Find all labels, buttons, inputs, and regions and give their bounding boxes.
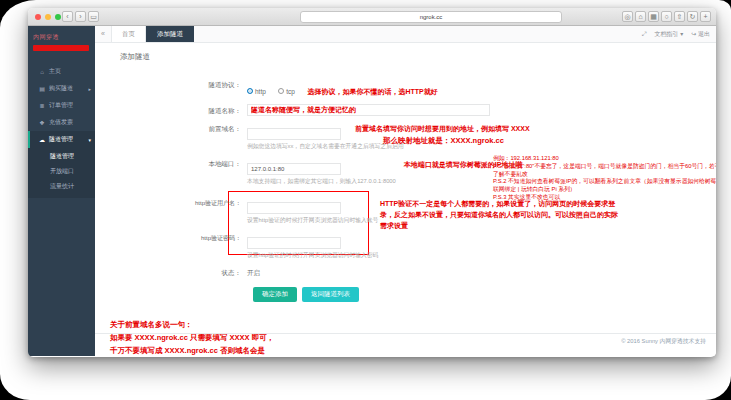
sidebar-nav: ⌂ 主页 ▤ 购买隧道 ▸ ≣ 订单管理 ❖ 充值发票 <box>28 63 95 198</box>
chevron-down-icon: ▾ <box>88 137 91 143</box>
collapse-sidebar-icon[interactable]: « <box>95 26 111 42</box>
status-value: 开启 <box>247 266 260 278</box>
tunnel-name-row: 隧道名称： <box>95 104 716 116</box>
browser-window: ‹ › ▭ ngrok.cc ◎ ⌂ ▦ ○ ⇧ ↻ + 内网穿透 <box>28 8 716 357</box>
sidebar-item-label: 主页 <box>49 67 61 76</box>
note-line: 千万不要填写成 XXXX.ngrok.cc 否则域名会是 <box>110 345 716 357</box>
protocol-annotation: 选择协议，如果你不懂的话，选HTTP就好 <box>307 88 437 95</box>
browser-toolbar-icons: ◎ ⌂ ▦ ○ ⇧ ↻ + <box>622 11 711 22</box>
back-to-list-button[interactable]: 返回隧道列表 <box>302 287 359 302</box>
annotation-line: 前置域名填写你访问时想要用到的地址，例如填写 XXXX <box>355 123 530 135</box>
auth-user-helper: 设置http验证的时候打开网页浏览器访问时输入账号 <box>247 216 378 225</box>
tab-bar: « 首页 添加隧道 ⤢ 文档指引 ▾ ↪ 退出 <box>95 26 716 43</box>
auth-user-input[interactable] <box>247 202 341 214</box>
radio-selected-icon <box>247 88 253 94</box>
confirm-add-button[interactable]: 确定添加 <box>253 287 297 302</box>
fullscreen-icon[interactable]: ⤢ <box>642 31 647 38</box>
chevron-right-icon: ▸ <box>88 86 91 92</box>
sidebar-submenu: 隧道管理 开放端口 流量统计 <box>28 148 95 198</box>
brand-banner <box>33 45 89 51</box>
annotation-line: 那么映射地址就是：XXXX.ngrok.cc <box>383 135 530 148</box>
back-button[interactable]: ‹ <box>62 11 73 22</box>
radio-unselected-icon <box>278 88 284 94</box>
sidebar-item-home[interactable]: ⌂ 主页 <box>28 63 95 80</box>
forward-button[interactable]: › <box>75 11 86 22</box>
form-actions: 确定添加 返回隧道列表 <box>253 287 716 302</box>
local-port-input[interactable] <box>247 163 341 175</box>
cloud-icon: ☁ <box>38 136 46 143</box>
local-port-row: 本地端口： 本地支持端口，如需绑定其它端口，则输入127.0.0.1:8000 … <box>95 157 716 186</box>
sidebar-item-tunnel-manage[interactable]: ☁ 隧道管理 ▾ <box>28 131 95 148</box>
sidebar-item-label: 充值发票 <box>49 118 73 127</box>
local-port-label: 本地端口： <box>95 157 247 169</box>
screenshot-background: ‹ › ▭ ngrok.cc ◎ ⌂ ▦ ○ ⇧ ↻ + 内网穿透 <box>0 0 731 400</box>
front-domain-row: 前置域名： 例如您这边填写xx，自定义域名需要在开通之后填写之后启用 前置域名填… <box>95 122 716 151</box>
tab-home[interactable]: 首页 <box>111 26 146 42</box>
auth-pass-label: http验证密码： <box>95 231 247 243</box>
protocol-radio-tcp[interactable]: tcp <box>278 88 295 95</box>
page-content: 添加隧道 隧道协议： http <box>95 43 716 356</box>
browser-nav-buttons: ‹ › ▭ <box>62 11 99 22</box>
sidebar-brand: 内网穿透 <box>28 26 95 51</box>
auth-pass-row: http验证密码： 设置http验证的时候打开网页浏览器访问时输入密码 <box>95 231 716 260</box>
search-icon[interactable]: ○ <box>661 11 672 22</box>
sidebar-subitem-open-ports[interactable]: 开放端口 <box>28 164 95 179</box>
browser-chrome: ‹ › ▭ ngrok.cc ◎ ⌂ ▦ ○ ⇧ ↻ + <box>28 8 716 26</box>
radio-label: tcp <box>286 88 295 95</box>
main-panel: « 首页 添加隧道 ⤢ 文档指引 ▾ ↪ 退出 添加隧道 隧道协议： <box>95 26 716 356</box>
close-window-button[interactable] <box>35 14 41 20</box>
auth-pass-input[interactable] <box>247 237 341 249</box>
tunnel-name-label: 隧道名称： <box>95 104 247 116</box>
sidebar-item-label: 购买隧道 <box>49 84 73 93</box>
radio-label: http <box>255 88 266 95</box>
protocol-label: 隧道协议： <box>95 78 247 90</box>
address-bar[interactable]: ngrok.cc <box>300 11 562 23</box>
sidebar-item-buy-tunnel[interactable]: ▤ 购买隧道 ▸ <box>28 80 95 97</box>
http-auth-annotation: HTTP验证不一定是每个人都需要的，如果设置了，访问网页的时候会要求登录，反之如… <box>380 199 618 232</box>
protocol-radio-http[interactable]: http <box>247 88 266 95</box>
order-icon: ≣ <box>38 102 46 109</box>
sidebar-item-invoice[interactable]: ❖ 充值发票 <box>28 114 95 131</box>
sidebar: 内网穿透 ⌂ 主页 ▤ 购买隧道 ▸ ≣ 订单管理 <box>28 26 95 356</box>
refresh-icon[interactable]: ↻ <box>687 11 698 22</box>
new-tab-icon[interactable]: + <box>700 11 711 22</box>
front-domain-annotation: 前置域名填写你访问时想要用到的地址，例如填写 XXXX 那么映射地址就是：XXX… <box>355 123 530 148</box>
sidebar-subitem-traffic-stats[interactable]: 流量统计 <box>28 179 95 194</box>
invoice-icon: ❖ <box>38 119 46 126</box>
tab-add-tunnel[interactable]: 添加隧道 <box>146 26 194 42</box>
note-line: 关于前置域名多说一句： <box>110 319 716 332</box>
local-port-helper: 本地支持端口，如需绑定其它端口，则输入127.0.0.1:8000 <box>247 177 396 186</box>
ps-line: P.S. 后面的":80"不要忘了，这是端口号，端口号就像是防盗门的门，相当于6… <box>493 163 716 179</box>
cart-icon: ▤ <box>38 85 46 92</box>
status-row: 状态： 开启 <box>95 266 716 278</box>
sidebar-item-orders[interactable]: ≣ 订单管理 <box>28 97 95 114</box>
reader-icon[interactable]: ▭ <box>88 11 99 22</box>
brand-label: 内网穿透 <box>33 33 90 42</box>
http-auth-section: http验证用户名： 设置http验证的时候打开网页浏览器访问时输入账号 htt… <box>95 196 716 260</box>
zoom-window-button[interactable] <box>55 14 61 20</box>
sidebar-subitem-tunnel-manage[interactable]: 隧道管理 <box>28 149 95 164</box>
sidebar-item-label: 隧道管理 <box>49 135 73 144</box>
traffic-lights <box>35 14 61 20</box>
copyright-footer: © 2016 Sunny 内网穿透技术支持 <box>95 333 716 346</box>
front-domain-input[interactable] <box>247 128 341 140</box>
auth-pass-helper: 设置http验证的时候打开网页浏览器访问时输入密码 <box>247 251 378 260</box>
auth-user-label: http验证用户名： <box>95 196 247 208</box>
home-icon[interactable]: ⌂ <box>635 11 646 22</box>
share-icon[interactable]: ⇧ <box>674 11 685 22</box>
add-tunnel-form: 隧道协议： http tcp 选择协议，如果你不懂的话 <box>95 78 716 302</box>
protocol-row: 隧道协议： http tcp 选择协议，如果你不懂的话 <box>95 78 716 98</box>
ps-line: 例如：192.168.31.121:80 <box>493 155 716 163</box>
front-domain-label: 前置域名： <box>95 122 247 134</box>
page-title: 添加隧道 <box>95 43 716 62</box>
tunnel-name-input[interactable] <box>247 104 490 116</box>
minimize-window-button[interactable] <box>45 14 51 20</box>
status-label: 状态： <box>95 266 247 278</box>
local-port-ps-notes: 例如：192.168.31.121:80 P.S. 后面的":80"不要忘了，这… <box>493 155 716 202</box>
profile-icon[interactable]: ◎ <box>622 11 633 22</box>
apps-icon[interactable]: ▦ <box>648 11 659 22</box>
logout-button[interactable]: ↪ 退出 <box>691 30 710 39</box>
user-menu[interactable]: 文档指引 ▾ <box>655 30 684 39</box>
home-icon: ⌂ <box>38 69 46 75</box>
ps-line: P.S.2 不知道如何查看树莓派IP的，可以翻看系列之前文章（如果没有显示器如何… <box>493 178 716 194</box>
